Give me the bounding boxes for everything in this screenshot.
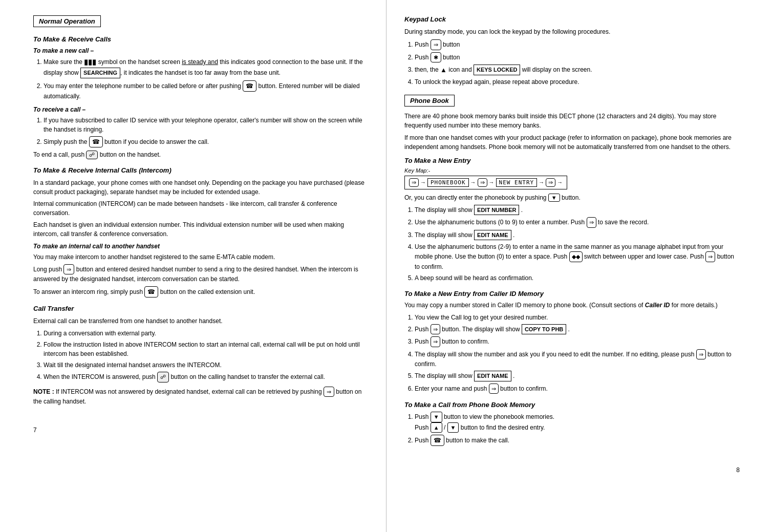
keypad-lock-intro: During standby mode, you can lock the ke… bbox=[404, 27, 740, 36]
receive-call-subheading: To receive a call – bbox=[33, 106, 368, 113]
key-map-sep2: → bbox=[489, 179, 495, 185]
list-item: Use the alphanumeric buttons (2-9) to en… bbox=[415, 242, 740, 271]
intercom-para3: Each handset is given an individual exte… bbox=[33, 220, 368, 239]
phone-book-para2: If more than one handset comes with your… bbox=[404, 133, 740, 152]
new-entry-caller-id-section: To Make a New Entry from Caller ID Memor… bbox=[404, 290, 740, 394]
new-entry-steps: The display will show EDIT NUMBER . Use … bbox=[415, 205, 740, 283]
list-item: During a conversation with external part… bbox=[44, 329, 368, 338]
intercom-section: To Make & Receive Internal Calls (Interc… bbox=[33, 166, 368, 298]
key-map-arrow2: ⇒ bbox=[478, 178, 487, 187]
list-item: Use the alphanumeric buttons (0 to 9) to… bbox=[415, 217, 740, 228]
call-transfer-note: NOTE : If INTERCOM was not answered by d… bbox=[33, 387, 368, 407]
internal-call-para2: Long push ⇒ button and entered desired h… bbox=[33, 264, 368, 284]
key-map-phonebook: PHONEBOOK bbox=[427, 178, 469, 187]
phone-book-para1: There are 40 phone book memory banks bui… bbox=[404, 112, 740, 130]
list-item: then, the ▲ icon and KEYS LOCKED will di… bbox=[415, 65, 740, 75]
list-item: The display will show the number and ask… bbox=[415, 349, 740, 369]
make-receive-calls-heading: To Make & Receive Calls bbox=[33, 35, 368, 43]
list-item: Push ⇒ button to confirm. bbox=[415, 336, 740, 347]
phone-book-title-box: Phone Book bbox=[404, 95, 455, 107]
key-map-sep4: → bbox=[557, 179, 563, 185]
list-item: Enter your name and push ⇒ button to con… bbox=[415, 384, 740, 394]
internal-call-para1: You may make intercom to another handset… bbox=[33, 252, 368, 262]
keypad-lock-steps: Push ⇒ button Push ✱ button then, the ▲ … bbox=[415, 39, 740, 87]
key-map-arrow3: ⇒ bbox=[546, 178, 555, 187]
list-item: Make sure the ▮▮▮ symbol on the handset … bbox=[44, 57, 368, 78]
key-map-arrow-sym: → bbox=[420, 179, 426, 185]
call-from-phonebook-heading: To Make a Call from Phone Book Memory bbox=[404, 401, 740, 409]
list-item: The display will show EDIT NAME . bbox=[415, 230, 740, 241]
new-entry-or-text: Or, you can directly enter the phonebook… bbox=[404, 194, 740, 202]
make-new-call-steps: Make sure the ▮▮▮ symbol on the handset … bbox=[44, 57, 368, 101]
list-item: A beep sound will be heard as confirmati… bbox=[415, 273, 740, 283]
list-item: Follow the instruction listed in above I… bbox=[44, 340, 368, 358]
call-transfer-heading: Call Transfer bbox=[33, 305, 368, 312]
list-item: Push ☎ button to make the call. bbox=[415, 435, 740, 446]
call-from-phonebook-steps: Push ▼ button to view the phonebook memo… bbox=[415, 412, 740, 446]
keypad-lock-heading: Keypad Lock bbox=[404, 15, 740, 23]
list-item: To unlock the keypad again, please repea… bbox=[415, 77, 740, 87]
list-item: When the INTERCOM is answered, push ☍ bu… bbox=[44, 372, 368, 382]
page-number-left: 7 bbox=[33, 427, 368, 434]
intercom-para2: Internal communication (INTERCOM) can be… bbox=[33, 199, 368, 218]
call-from-phonebook-section: To Make a Call from Phone Book Memory Pu… bbox=[404, 401, 740, 446]
key-map-label: Key Map:- bbox=[404, 167, 740, 174]
new-entry-section: To Make a New Entry Key Map:- ⇒ → PHONEB… bbox=[404, 157, 740, 283]
call-transfer-intro: External call can be transferred from on… bbox=[33, 316, 368, 326]
caller-id-intro: You may copy a number stored in Caller I… bbox=[404, 301, 740, 310]
list-item: Wait till the designated internal handse… bbox=[44, 360, 368, 370]
caller-id-heading: To Make a New Entry from Caller ID Memor… bbox=[404, 290, 740, 297]
make-receive-calls-section: To Make & Receive Calls To make a new ca… bbox=[33, 35, 368, 159]
make-new-call-subheading: To make a new call – bbox=[33, 47, 368, 54]
page-number-right: 8 bbox=[404, 466, 740, 474]
caller-id-steps: You view the Call log to get your desire… bbox=[415, 313, 740, 394]
list-item: You may enter the telephone number to be… bbox=[44, 80, 368, 101]
list-item: The display will show EDIT NUMBER . bbox=[415, 205, 740, 216]
intercom-heading: To Make & Receive Internal Calls (Interc… bbox=[33, 166, 368, 174]
list-item: Push ✱ button bbox=[415, 52, 740, 63]
keypad-lock-section: Keypad Lock During standby mode, you can… bbox=[404, 15, 740, 87]
list-item: Push ▼ button to view the phonebook memo… bbox=[415, 412, 740, 433]
key-map-row: ⇒ → PHONEBOOK → ⇒ → NEW ENTRY → ⇒ → bbox=[404, 176, 567, 189]
section-title-box: Normal Operation bbox=[33, 15, 101, 27]
call-transfer-steps: During a conversation with external part… bbox=[44, 329, 368, 382]
end-call-text: To end a call, push ☍ button on the hand… bbox=[33, 151, 368, 159]
internal-call-para3: To answer an intercom ring, simply push … bbox=[33, 286, 368, 297]
receive-call-steps: If you have subscribed to caller ID serv… bbox=[44, 116, 368, 147]
key-map-sep3: → bbox=[539, 179, 544, 185]
key-map-sep1: → bbox=[470, 179, 476, 185]
key-map-new-entry: NEW ENTRY bbox=[496, 178, 538, 187]
list-item: Push ⇒ button bbox=[415, 39, 740, 50]
list-item: You view the Call log to get your desire… bbox=[415, 313, 740, 322]
intercom-para1: In a standard package, your phone comes … bbox=[33, 178, 368, 197]
list-item: The display will show EDIT NAME . bbox=[415, 371, 740, 381]
new-entry-heading: To Make a New Entry bbox=[404, 157, 740, 164]
internal-call-subheading: To make an internal call to another hand… bbox=[33, 243, 368, 250]
key-map-arrow1: ⇒ bbox=[409, 178, 419, 187]
list-item: Push ⇒ button. The display will show COP… bbox=[415, 324, 740, 335]
list-item: If you have subscribed to caller ID serv… bbox=[44, 116, 368, 134]
phone-book-section: Phone Book There are 40 phone book memor… bbox=[404, 95, 740, 152]
call-transfer-section: Call Transfer External call can be trans… bbox=[33, 305, 368, 406]
list-item: Simply push the ☎ button if you decide t… bbox=[44, 136, 368, 147]
